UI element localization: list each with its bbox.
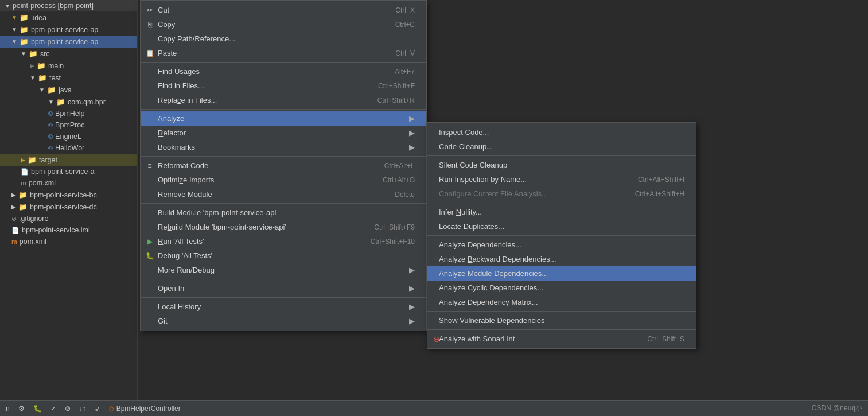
status-item-n[interactable]: n xyxy=(6,405,10,413)
analyze-silent-cleanup[interactable]: Silent Code Cleanup xyxy=(427,158,696,172)
bug-icon: 🐛 xyxy=(33,405,42,413)
separator-4 xyxy=(141,203,426,204)
sidebar-item-hellowor[interactable]: © HelloWor xyxy=(0,142,137,154)
sidebar-item-bpmproc[interactable]: © BpmProc xyxy=(0,119,137,131)
analyze-matrix[interactable]: Analyze Dependency Matrix... xyxy=(427,295,696,309)
arrow-sw-icon: ↙ xyxy=(95,405,100,413)
sidebar-item-bpm1[interactable]: ▼ 📁 bpm-point-service-ap xyxy=(0,24,137,36)
sidebar-item-idea[interactable]: ▼ 📁 .idea xyxy=(0,11,137,24)
sidebar-item-src[interactable]: ▼ 📁 src xyxy=(0,48,137,60)
submenu-arrow-git: ▶ xyxy=(409,317,415,325)
status-csdn: CSDN @neuq小 xyxy=(812,403,862,413)
menu-item-build-module[interactable]: Build Module 'bpm-point-service-api' xyxy=(141,205,426,220)
analyze-show-vulnerable[interactable]: Show Vulnerable Dependencies xyxy=(427,313,696,328)
project-sidebar: ▼ point-process [bpm-point] ▼ 📁 .idea ▼ … xyxy=(0,0,138,416)
sidebar-item-bpm-iml[interactable]: 📄 bpm-point-service.iml xyxy=(0,224,137,236)
gear-icon: ⚙ xyxy=(18,405,25,413)
sidebar-item-target[interactable]: ▶ 📁 target xyxy=(0,154,137,166)
status-item-check[interactable]: ✓ xyxy=(50,405,56,413)
analyze-sep-4 xyxy=(427,311,696,312)
analyze-inspect-code[interactable]: Inspect Code... xyxy=(427,125,696,139)
controller-label: BpmHelperController xyxy=(116,405,181,413)
separator-2 xyxy=(141,109,426,110)
status-item-bug[interactable]: 🐛 xyxy=(33,405,42,413)
menu-item-more-run[interactable]: More Run/Debug ▶ xyxy=(141,263,426,277)
submenu-arrow-analyze: ▶ xyxy=(409,114,415,123)
sidebar-item-com[interactable]: ▼ 📁 com.qm.bpr xyxy=(0,96,137,108)
submenu-arrow-more-run: ▶ xyxy=(409,266,415,274)
submenu-arrow-open-in: ▶ xyxy=(409,284,415,293)
sidebar-item-pom1[interactable]: m pom.xml xyxy=(0,177,137,189)
paste-icon: 📋 xyxy=(145,49,154,58)
sidebar-item-test[interactable]: ▼ 📁 test xyxy=(0,72,137,84)
sonar-icon: ⊖ xyxy=(432,335,441,344)
analyze-infer-nullity[interactable]: Infer Nullity... xyxy=(427,205,696,219)
sidebar-item-bpm2[interactable]: ▼ 📁 bpm-point-service-ap xyxy=(0,36,137,48)
sidebar-item-bpm-bc[interactable]: ▶ 📁 bpm-point-service-bc xyxy=(0,189,137,201)
submenu-analyze: Inspect Code... Code Cleanup... Silent C… xyxy=(427,122,696,349)
check-icon: ✓ xyxy=(50,405,56,413)
menu-item-debug-all-tests[interactable]: 🐛 Debug 'All Tests' xyxy=(141,248,426,263)
sidebar-item-gitignore[interactable]: ⊘ .gitignore xyxy=(0,213,137,224)
sidebar-item-main[interactable]: ▶ 📁 main xyxy=(0,60,137,72)
separator-6 xyxy=(141,297,426,298)
code-icon: ◇ xyxy=(109,405,114,413)
status-bar: n ⚙ 🐛 ✓ ⊘ ↓↑ ↙ ◇ BpmHelperController CSD… xyxy=(0,400,868,416)
analyze-module-deps[interactable]: Analyze Module Dependencies... xyxy=(427,266,696,281)
menu-item-find-files[interactable]: Find in Files... Ctrl+Shift+F xyxy=(141,79,426,93)
status-item-circle[interactable]: ⊘ xyxy=(65,405,71,413)
analyze-configure-analysis[interactable]: Configure Current File Analysis... Ctrl+… xyxy=(427,186,696,201)
submenu-arrow-refactor: ▶ xyxy=(409,129,415,137)
analyze-cyclic-deps[interactable]: Analyze Cyclic Dependencies... xyxy=(427,281,696,295)
sidebar-item-pom2[interactable]: m pom.xml xyxy=(0,236,137,247)
menu-item-analyze[interactable]: Analyze ▶ xyxy=(141,111,426,126)
menu-item-copy-path[interactable]: Copy Path/Reference... xyxy=(141,32,426,46)
status-item-arrow-sw[interactable]: ↙ xyxy=(95,405,100,413)
menu-item-refactor[interactable]: Refactor ▶ xyxy=(141,126,426,140)
menu-item-find-usages[interactable]: Find Usages Alt+F7 xyxy=(141,64,426,79)
analyze-backward-deps[interactable]: Analyze Backward Dependencies... xyxy=(427,252,696,266)
analyze-run-inspection[interactable]: Run Inspection by Name... Ctrl+Alt+Shift… xyxy=(427,172,696,186)
separator-5 xyxy=(141,279,426,279)
menu-item-cut[interactable]: ✂ Cut Ctrl+X xyxy=(141,3,426,17)
menu-item-git[interactable]: Git ▶ xyxy=(141,314,426,328)
context-menu: ✂ Cut Ctrl+X ⎘ Copy Ctrl+C Copy Path/Ref… xyxy=(140,0,427,331)
sidebar-item-java[interactable]: ▼ 📁 java xyxy=(0,84,137,96)
analyze-code-cleanup[interactable]: Code Cleanup... xyxy=(427,139,696,154)
run-icon: ▶ xyxy=(145,237,154,246)
submenu-arrow-bookmarks: ▶ xyxy=(409,143,415,151)
reformat-icon: ≡ xyxy=(145,161,154,170)
circle-slash-icon: ⊘ xyxy=(65,405,71,413)
menu-item-open-in[interactable]: Open In ▶ xyxy=(141,281,426,296)
menu-item-optimize-imports[interactable]: Optimize Imports Ctrl+Alt+O xyxy=(141,173,426,187)
sidebar-item-bpmhelp[interactable]: © BpmHelp xyxy=(0,108,137,119)
menu-item-remove-module[interactable]: Remove Module Delete xyxy=(141,187,426,201)
separator-1 xyxy=(141,62,426,63)
separator-3 xyxy=(141,156,426,157)
status-n-icon: n xyxy=(6,405,10,413)
menu-item-local-history[interactable]: Local History ▶ xyxy=(141,300,426,314)
menu-item-paste[interactable]: 📋 Paste Ctrl+V xyxy=(141,46,426,60)
menu-item-bookmarks[interactable]: Bookmarks ▶ xyxy=(141,140,426,154)
submenu-arrow-local-history: ▶ xyxy=(409,302,415,311)
sidebar-item-bpm-file[interactable]: 📄 bpm-point-service-a xyxy=(0,166,137,177)
sidebar-item-bpm-dc[interactable]: ▶ 📁 bpm-point-service-dc xyxy=(0,201,137,213)
sidebar-item-enginel[interactable]: © EngineL xyxy=(0,131,137,142)
status-item-gear[interactable]: ⚙ xyxy=(18,405,25,413)
analyze-sonar[interactable]: ⊖ Analyze with SonarLint Ctrl+Shift+S xyxy=(427,332,696,346)
analyze-locate-duplicates[interactable]: Locate Duplicates... xyxy=(427,219,696,234)
analyze-sep-5 xyxy=(427,329,696,330)
status-item-arrows[interactable]: ↓↑ xyxy=(79,405,86,413)
menu-item-reformat[interactable]: ≡ Reformat Code Ctrl+Alt+L xyxy=(141,158,426,173)
menu-item-copy[interactable]: ⎘ Copy Ctrl+C xyxy=(141,17,426,32)
cut-icon: ✂ xyxy=(145,6,154,15)
status-item-controller[interactable]: ◇ BpmHelperController xyxy=(109,405,181,413)
analyze-sep-2 xyxy=(427,203,696,203)
arrows-icon: ↓↑ xyxy=(79,405,86,413)
menu-item-run-all-tests[interactable]: ▶ Run 'All Tests' Ctrl+Shift+F10 xyxy=(141,234,426,248)
debug-icon: 🐛 xyxy=(145,251,154,261)
analyze-deps[interactable]: Analyze Dependencies... xyxy=(427,238,696,252)
menu-item-replace-files[interactable]: Replace in Files... Ctrl+Shift+R xyxy=(141,93,426,107)
menu-item-rebuild-module[interactable]: Rebuild Module 'bpm-point-service-api' C… xyxy=(141,220,426,234)
sidebar-item-root[interactable]: ▼ point-process [bpm-point] xyxy=(0,0,137,11)
